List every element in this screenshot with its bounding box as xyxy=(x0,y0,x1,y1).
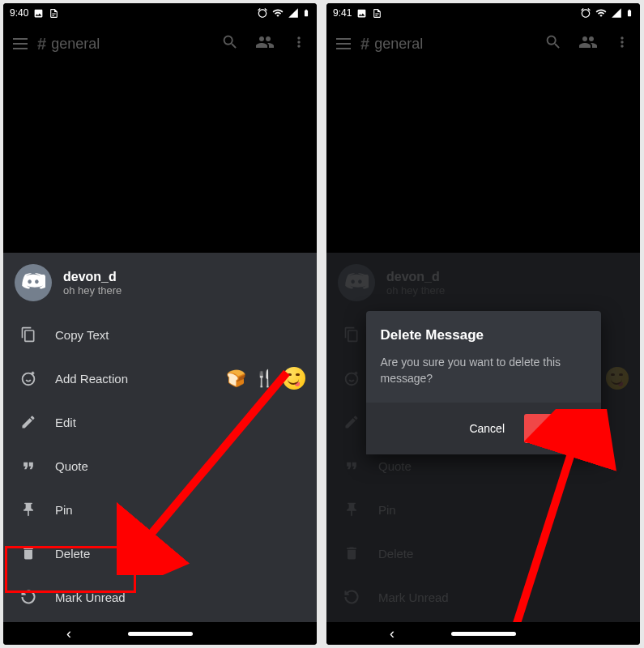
avatar xyxy=(15,264,52,301)
more-icon[interactable] xyxy=(614,34,630,53)
menu-label: Pin xyxy=(55,503,73,517)
hash-icon: # xyxy=(360,35,369,53)
dialog-overlay: Delete Message Are you sure you want to … xyxy=(326,65,640,622)
menu-label: Mark Unread xyxy=(55,590,126,604)
home-pill[interactable] xyxy=(128,632,193,636)
edit-icon xyxy=(19,413,37,431)
menu-add-reaction[interactable]: Add Reaction 🍞 🍴 xyxy=(3,356,317,400)
battery-icon xyxy=(302,6,310,19)
channel-title[interactable]: # general xyxy=(37,35,211,53)
document-icon xyxy=(372,8,382,19)
content-area: devon_d oh hey there Copy Text Add React… xyxy=(326,65,640,622)
refresh-icon xyxy=(19,588,37,606)
menu-label: Quote xyxy=(55,459,88,473)
hash-icon: # xyxy=(37,35,46,53)
wifi-icon xyxy=(595,7,608,19)
app-header: # general xyxy=(326,23,640,65)
menu-label: Copy Text xyxy=(55,328,109,342)
menu-mark-unread[interactable]: Mark Unread xyxy=(3,575,317,619)
document-icon xyxy=(49,8,59,19)
search-icon[interactable] xyxy=(544,33,562,54)
nav-bar: ‹ xyxy=(3,622,317,645)
message-header: devon_d oh hey there xyxy=(3,253,317,313)
smile-emoji[interactable] xyxy=(283,367,305,390)
battery-icon xyxy=(625,6,633,19)
quote-icon xyxy=(19,457,37,475)
people-icon[interactable] xyxy=(255,32,275,55)
back-icon[interactable]: ‹ xyxy=(66,625,71,642)
more-icon[interactable] xyxy=(291,34,307,53)
menu-quote[interactable]: Quote xyxy=(3,444,317,488)
home-pill[interactable] xyxy=(451,632,516,636)
people-icon[interactable] xyxy=(578,32,598,55)
back-icon[interactable]: ‹ xyxy=(390,625,395,642)
copy-icon xyxy=(19,326,37,343)
alarm-icon xyxy=(580,7,591,19)
app-header: # general xyxy=(3,23,317,65)
wifi-icon xyxy=(271,7,284,19)
phone-screenshot-left: 9:40 # general xyxy=(3,3,317,645)
message-preview: oh hey there xyxy=(63,284,305,296)
nav-bar: ‹ xyxy=(326,622,640,645)
status-time: 9:40 xyxy=(10,7,28,19)
cancel-button[interactable]: Cancel xyxy=(456,414,518,443)
dialog-body: Are you sure you want to delete this mes… xyxy=(366,355,601,403)
reaction-icon xyxy=(19,369,37,387)
hamburger-icon[interactable] xyxy=(336,38,351,49)
menu-label: Delete xyxy=(55,547,90,561)
search-icon[interactable] xyxy=(221,33,239,54)
menu-label: Add Reaction xyxy=(55,372,128,386)
reaction-shortcuts: 🍞 🍴 xyxy=(226,367,305,390)
content-area: devon_d oh hey there Copy Text Add React… xyxy=(3,65,317,622)
delete-dialog: Delete Message Are you sure you want to … xyxy=(366,311,601,454)
bread-icon[interactable]: 🍞 xyxy=(226,369,246,388)
alarm-icon xyxy=(257,7,268,19)
menu-edit[interactable]: Edit xyxy=(3,400,317,444)
menu-list: Copy Text Add Reaction 🍞 🍴 Edit xyxy=(3,313,317,645)
status-bar: 9:40 xyxy=(3,3,317,23)
svg-point-0 xyxy=(23,373,35,386)
image-icon xyxy=(33,8,44,19)
signal-icon xyxy=(611,7,622,19)
dialog-title: Delete Message xyxy=(366,311,601,355)
username: devon_d xyxy=(63,270,305,284)
status-time: 9:41 xyxy=(333,7,352,19)
hamburger-icon[interactable] xyxy=(13,38,28,49)
dialog-footer: Cancel Delete xyxy=(366,403,601,454)
fork-knife-icon[interactable]: 🍴 xyxy=(254,369,275,388)
menu-delete[interactable]: Delete xyxy=(3,531,317,575)
channel-title[interactable]: # general xyxy=(360,35,535,53)
pin-icon xyxy=(19,501,37,518)
menu-label: Edit xyxy=(55,416,76,429)
menu-copy-text[interactable]: Copy Text xyxy=(3,313,317,356)
delete-button[interactable]: Delete xyxy=(524,414,589,443)
signal-icon xyxy=(288,7,299,19)
status-bar: 9:41 xyxy=(326,3,640,23)
action-sheet: devon_d oh hey there Copy Text Add React… xyxy=(3,253,317,622)
menu-pin[interactable]: Pin xyxy=(3,488,317,531)
phone-screenshot-right: 9:41 # general xyxy=(326,3,640,645)
image-icon xyxy=(356,8,367,19)
trash-icon xyxy=(19,544,37,562)
